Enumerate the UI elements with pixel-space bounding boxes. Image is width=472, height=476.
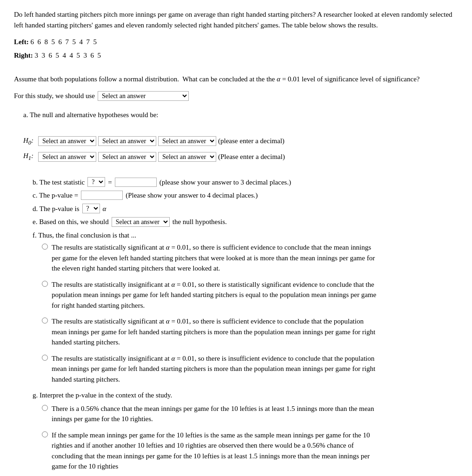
h1-row: H1: Select an answer μ₁μ₂=≠<> Select an …	[23, 151, 458, 163]
test-stat-note: (please show your answer to 3 decimal pl…	[160, 177, 291, 188]
option-f4-text: The results are statistically insignific…	[52, 353, 377, 385]
based-row: e. Based on this, we should Select an an…	[33, 217, 458, 227]
h0-select-2[interactable]: Select an answer μ₁μ₂=≠<>	[98, 136, 156, 146]
h1-decimal-note: (Please enter a decimal)	[218, 152, 285, 162]
hypotheses-label: a. The null and alternative hypotheses w…	[23, 110, 458, 120]
alpha-symbol: α	[103, 204, 106, 214]
option-g1: There is a 0.56% chance that the mean in…	[42, 403, 458, 424]
radio-g2[interactable]	[42, 431, 48, 437]
test-stat-row: b. The test statistic ? t z F = (please …	[33, 177, 458, 188]
based-select[interactable]: Select an answer reject fail to reject	[112, 217, 170, 227]
final-conclusion-label: f. Thus, the final conclusion is that ..…	[33, 230, 458, 241]
h1-select-2[interactable]: Select an answer μ₁μ₂=≠<>	[98, 152, 156, 162]
radio-f2[interactable]	[42, 281, 48, 287]
hypotheses-section: a. The null and alternative hypotheses w…	[23, 110, 458, 163]
section-g-label: g. Interpret the p-value in the context …	[33, 390, 458, 401]
radio-f1[interactable]	[42, 244, 48, 250]
right-data-row: Right: 3 3 6 5 4 4 5 3 6 5	[14, 50, 458, 61]
h0-select-1[interactable]: Select an answer μ₁μ₂=≠<>	[38, 136, 96, 146]
h0-select-3[interactable]: Select an answer μ₁μ₂=≠<>	[158, 136, 216, 146]
h1-select-3[interactable]: Select an answer μ₁μ₂=≠<>	[158, 152, 216, 162]
test-stat-label: b. The test statistic	[33, 177, 85, 188]
radio-f4[interactable]	[42, 355, 48, 361]
test-stat-input[interactable]	[115, 178, 157, 187]
equals-sign: =	[108, 177, 112, 188]
h0-label: H0:	[23, 135, 36, 147]
h1-label: H1:	[23, 151, 36, 163]
option-f2-text: The results are statistically insignific…	[52, 279, 377, 311]
option-g2: If the sample mean innings per game for …	[42, 430, 458, 472]
h0-row: H0: Select an answer μ₁μ₂=≠<> Select an …	[23, 135, 458, 147]
intro-paragraph: Do left handed starting pitchers pitch m…	[14, 9, 458, 30]
radio-f3[interactable]	[42, 317, 48, 324]
option-f1: The results are statistically significan…	[42, 242, 458, 274]
pvalue-label: c. The p-value =	[33, 190, 78, 201]
right-label: Right:	[14, 52, 33, 59]
assumption-paragraph: Assume that both populations follow a no…	[14, 74, 458, 85]
radio-g1[interactable]	[42, 405, 48, 411]
pvalue-note: (Please show your answer to 4 decimal pl…	[126, 190, 258, 201]
based-label: e. Based on this, we should	[33, 217, 109, 227]
left-data-row: Left: 6 6 8 5 6 7 5 4 7 5	[14, 37, 458, 47]
pvalue-compare-row: d. The p-value is ? > < = α	[33, 204, 458, 214]
left-label: Left:	[14, 38, 29, 46]
null-hyp-text: the null hypothesis.	[173, 217, 227, 227]
option-g1-text: There is a 0.56% chance that the mean in…	[52, 403, 377, 424]
pvalue-compare-label: d. The p-value is	[33, 204, 80, 214]
pvalue-input[interactable]	[81, 191, 123, 200]
test-stat-select[interactable]: ? t z F	[87, 177, 105, 187]
option-f1-text: The results are statistically significan…	[52, 242, 377, 274]
option-f2: The results are statistically insignific…	[42, 279, 458, 311]
h1-select-1[interactable]: Select an answer μ₁μ₂=≠<>	[38, 152, 96, 162]
study-use-select[interactable]: Select an answer an independent samples …	[98, 91, 189, 101]
study-use-label: For this study, we should use	[14, 91, 95, 101]
option-f4: The results are statistically insignific…	[42, 353, 458, 385]
option-g2-text: If the sample mean innings per game for …	[52, 430, 377, 472]
option-f3-text: The results are statistically significan…	[52, 316, 377, 348]
pvalue-compare-select[interactable]: ? > < =	[82, 204, 100, 213]
option-f3: The results are statistically significan…	[42, 316, 458, 348]
study-use-row: For this study, we should use Select an …	[14, 91, 458, 101]
h0-decimal-note: (please enter a decimal)	[218, 136, 285, 146]
pvalue-row: c. The p-value = (Please show your answe…	[33, 190, 458, 201]
